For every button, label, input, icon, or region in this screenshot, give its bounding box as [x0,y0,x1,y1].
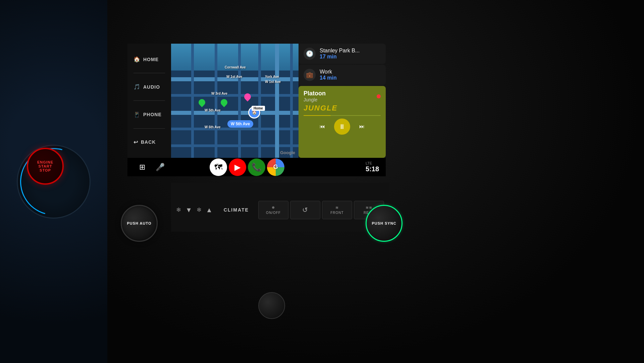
music-artist-logo: JUNGLE [304,104,381,112]
street-v4 [258,44,261,158]
maps-app-button[interactable]: 🗺 [210,158,227,176]
sync-knob[interactable]: PUSH SYNC [366,205,402,242]
street-w6th [171,128,299,130]
grid-menu-button[interactable]: ⊞ [134,159,150,175]
recording-indicator [377,94,381,98]
front-label: FRONT [330,211,343,215]
map-pin-2[interactable] [219,98,229,107]
pause-button[interactable]: ⏸ [334,119,350,135]
front-defrost-icon: ≋ [335,206,339,210]
sync-knob-container: PUSH SYNC [366,205,402,242]
signal-indicator: LTE [366,161,379,165]
label-york: York Ave [265,75,279,79]
music-header: Platoon Jungle [304,90,381,102]
vol-knob[interactable] [258,292,285,319]
map-pin-3[interactable] [243,92,252,101]
climate-top-divider [171,183,389,188]
music-track: Platoon Jungle [304,90,326,102]
sidebar-back-label: BACK [141,139,156,145]
auto-knob-container: PUSH AUTO [121,205,158,242]
nav-divider-3 [133,128,165,129]
nav-sidebar: 🏠 HOME 🎵 AUDIO 📱 PHONE ↩ BACK [127,44,171,158]
work-info: Work 14 min [320,69,381,81]
ac-icon: ❄ [272,206,275,210]
back-icon: ↩ [133,139,138,145]
sidebar-phone-label: PHONE [143,112,162,117]
climate-bar: ❄ ▼ ❄ ▲ CLIMATE ❄ ON/OFF ↺ ≋ FRONT ≋≋ RE… [171,188,389,232]
climate-label: CLIMATE [224,207,249,213]
music-controls: ⏮ ⏸ ⏭ [304,119,381,135]
taskbar-apps: 🗺 ▶ 📞 G [210,158,284,176]
nav-divider-2 [133,100,165,101]
cards-panel: 🕐 Stanley Park B... 17 min 💼 Work 14 min… [299,44,386,158]
youtube-app-button[interactable]: ▶ [229,158,246,176]
voice-button[interactable]: 🎤 [152,159,168,175]
front-defrost-button[interactable]: ≋ FRONT [322,201,352,219]
stanley-park-title: Stanley Park B... [320,48,381,54]
street-main-v [275,44,279,158]
stanley-park-card[interactable]: 🕐 Stanley Park B... 17 min [299,44,386,64]
sidebar-item-home[interactable]: 🏠 HOME [131,54,168,64]
taskbar: ⊞ 🎤 🗺 ▶ 📞 G LTE 5:18 [127,158,386,176]
taskbar-status: LTE 5:18 [366,161,379,173]
engine-label-3: STOP [40,168,51,172]
prev-button[interactable]: ⏮ [316,120,329,133]
label-w1st-r: W 1st Ave [265,80,281,84]
ac-on-off-button[interactable]: ❄ ON/OFF [258,201,288,219]
label-w1st: W 1st Ave [226,75,242,79]
street-v3 [238,44,241,158]
sidebar-audio-label: AUDIO [143,84,160,90]
stanley-park-info: Stanley Park B... 17 min [320,48,381,60]
map-display[interactable]: W 1st Ave W 3rd Ave W 5th Ave W 6th Ave … [171,44,299,158]
stanley-park-icon: 🕐 [304,48,316,60]
sidebar-item-back[interactable]: ↩ BACK [131,137,168,147]
music-card[interactable]: Platoon Jungle JUNGLE ⏮ ⏸ ⏭ [299,86,386,158]
street-extra1 [171,144,299,147]
google-logo: Google [280,150,295,155]
label-w3rd: W 3rd Ave [211,92,227,95]
phone-app-button[interactable]: 📞 [248,158,265,176]
climate-function-buttons: ❄ ON/OFF ↺ ≋ FRONT ≋≋ REAR [258,201,384,219]
label-w5th: W 5th Ave [205,108,221,112]
fan-down-button[interactable]: ▼ [184,205,194,216]
recirculate-icon: ↺ [302,206,308,214]
next-button[interactable]: ⏭ [355,120,369,133]
sync-knob-label: PUSH SYNC [372,221,396,226]
home-label: Home [252,106,265,111]
assistant-app-button[interactable]: G [267,158,284,176]
map-pin-1[interactable] [197,98,207,107]
auto-knob[interactable]: PUSH AUTO [121,205,158,242]
sidebar-home-label: HOME [143,57,159,62]
home-icon: 🏠 [133,56,141,62]
stanley-park-time: 17 min [320,54,381,60]
engine-label-1: ENGINE [37,160,53,164]
fan-icon: ❄ [197,206,202,214]
nav-divider-1 [133,73,165,73]
recirculate-button[interactable]: ↺ [290,201,320,219]
music-artist-name: Jungle [304,97,326,102]
work-time: 14 min [320,75,381,81]
label-cornwall: Cornwall Ave [225,65,246,69]
music-track-name: Platoon [304,90,326,97]
fan-down-icon: ❄ [176,206,181,214]
music-progress-fill [304,115,331,116]
street-w5th [171,111,299,115]
work-card[interactable]: 💼 Work 14 min [299,65,386,85]
sidebar-item-audio[interactable]: 🎵 AUDIO [131,82,168,92]
work-title: Work [320,69,381,75]
current-street-label[interactable]: W 5th Ave [227,120,253,128]
street-v5 [290,44,293,158]
fan-up-button[interactable]: ▲ [204,205,214,216]
fan-controls: ❄ ▼ ❄ ▲ [176,205,214,216]
audio-icon: 🎵 [133,84,141,90]
label-w6th: W 6th Ave [205,125,221,129]
sidebar-item-phone[interactable]: 📱 PHONE [131,110,168,120]
phone-icon: 📱 [133,111,141,118]
work-icon: 💼 [304,69,316,81]
ac-label: ON/OFF [266,211,281,215]
engine-label-2: START [39,164,52,168]
engine-start-button[interactable]: ENGINE START STOP [27,148,64,185]
clock-display: 5:18 [366,165,379,173]
music-progress-bar [304,115,381,116]
auto-knob-label: PUSH AUTO [127,221,151,226]
